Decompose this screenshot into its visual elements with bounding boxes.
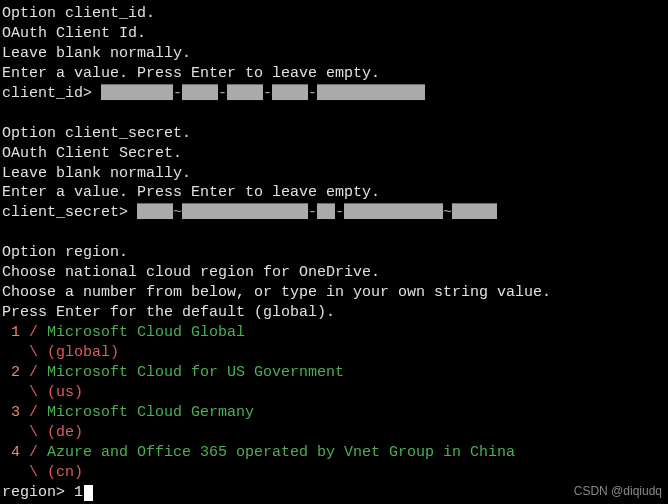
option-sep: / [20, 364, 47, 381]
region-option-1: 1 / Microsoft Cloud Global [2, 323, 666, 343]
region-choose: Choose a number from below, or type in y… [2, 283, 666, 303]
option-pipe: \ [2, 384, 47, 401]
option-pipe: \ [2, 464, 47, 481]
option-code: (us) [47, 384, 83, 401]
option-sep: / [20, 404, 47, 421]
option-code: (global) [47, 344, 119, 361]
terminal-output: Option client_id. OAuth Client Id. Leave… [2, 4, 666, 502]
option-label: Microsoft Cloud for US Government [47, 364, 344, 381]
client-id-option-line: Option client_id. [2, 4, 666, 24]
client-id-value: ████████-████-████-████-████████████ [101, 85, 425, 102]
option-label: Azure and Office 365 operated by Vnet Gr… [47, 444, 515, 461]
region-option-3-code: \ (de) [2, 423, 666, 443]
option-pipe: \ [2, 344, 47, 361]
region-desc: Choose national cloud region for OneDriv… [2, 263, 666, 283]
client-secret-value: ████~██████████████-██-███████████~█████ [137, 204, 497, 221]
client-id-blank: Leave blank normally. [2, 44, 666, 64]
region-default: Press Enter for the default (global). [2, 303, 666, 323]
client-id-prompt: client_id> [2, 85, 101, 102]
option-number: 4 [11, 444, 20, 461]
client-secret-blank: Leave blank normally. [2, 164, 666, 184]
region-prompt: region> [2, 484, 74, 501]
option-sep: / [20, 324, 47, 341]
client-secret-prompt: client_secret> [2, 204, 137, 221]
option-number: 1 [11, 324, 20, 341]
watermark: CSDN @diqiudq [574, 484, 662, 500]
option-code: (cn) [47, 464, 83, 481]
region-option-line: Option region. [2, 243, 666, 263]
option-code: (de) [47, 424, 83, 441]
option-number: 2 [11, 364, 20, 381]
client-secret-prompt-line[interactable]: client_secret> ████~██████████████-██-██… [2, 203, 666, 223]
client-secret-option-line: Option client_secret. [2, 124, 666, 144]
region-option-2: 2 / Microsoft Cloud for US Government [2, 363, 666, 383]
client-id-enter: Enter a value. Press Enter to leave empt… [2, 64, 666, 84]
option-pipe: \ [2, 424, 47, 441]
option-sep: / [20, 444, 47, 461]
region-option-4: 4 / Azure and Office 365 operated by Vne… [2, 443, 666, 463]
region-prompt-line[interactable]: region> 1 [2, 483, 666, 503]
client-id-title: OAuth Client Id. [2, 24, 666, 44]
cursor-icon [84, 485, 93, 501]
region-option-4-code: \ (cn) [2, 463, 666, 483]
client-secret-enter: Enter a value. Press Enter to leave empt… [2, 183, 666, 203]
client-id-prompt-line[interactable]: client_id> ████████-████-████-████-█████… [2, 84, 666, 104]
region-option-1-code: \ (global) [2, 343, 666, 363]
region-input: 1 [74, 484, 83, 501]
option-number: 3 [11, 404, 20, 421]
option-label: Microsoft Cloud Global [47, 324, 245, 341]
option-label: Microsoft Cloud Germany [47, 404, 254, 421]
region-option-2-code: \ (us) [2, 383, 666, 403]
region-option-3: 3 / Microsoft Cloud Germany [2, 403, 666, 423]
client-secret-title: OAuth Client Secret. [2, 144, 666, 164]
